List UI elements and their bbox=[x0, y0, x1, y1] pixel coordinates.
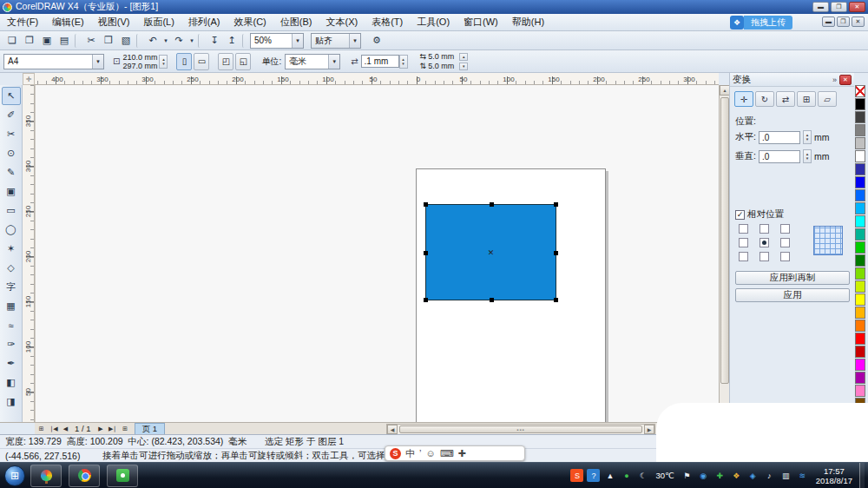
ellipse-tool[interactable]: ◯ bbox=[2, 221, 21, 239]
anchor-cell[interactable] bbox=[739, 224, 748, 234]
crop-tool[interactable]: ✂ bbox=[2, 125, 21, 143]
taskbar-green-app-icon[interactable] bbox=[107, 465, 138, 487]
tray-help-icon[interactable]: ? bbox=[587, 469, 600, 482]
object-center-marker[interactable]: ✕ bbox=[488, 248, 495, 257]
redo-icon[interactable]: ↷ bbox=[170, 33, 187, 49]
undo-icon[interactable]: ↶ bbox=[144, 33, 161, 49]
landscape-orientation-button[interactable]: ▭ bbox=[194, 53, 209, 70]
minimize-button[interactable]: ▬ bbox=[812, 2, 829, 12]
anchor-cell[interactable] bbox=[780, 224, 790, 234]
save-icon[interactable]: ▣ bbox=[38, 33, 56, 49]
all-pages-button[interactable]: ◰ bbox=[218, 53, 233, 70]
tray-sync-icon[interactable]: ◉ bbox=[697, 469, 710, 482]
vertical-position-field[interactable]: .0 bbox=[759, 150, 800, 163]
anchor-cell[interactable] bbox=[739, 252, 748, 261]
table-tool[interactable]: ▦ bbox=[2, 297, 21, 315]
tray-star-icon[interactable]: ❖ bbox=[730, 469, 743, 482]
nudge-spinner[interactable]: ▴ ▾ bbox=[399, 55, 408, 69]
selection-handle-e[interactable] bbox=[554, 251, 558, 255]
redo-more-icon[interactable]: ▾ bbox=[187, 33, 196, 49]
transform-size-button[interactable]: ⊞ bbox=[797, 91, 816, 107]
ime-keyboard-icon[interactable]: ⌨ bbox=[440, 446, 454, 460]
selection-handle-sw[interactable] bbox=[424, 298, 428, 302]
cut-icon[interactable]: ✂ bbox=[82, 33, 100, 49]
duplicate-x-spinner[interactable]: ▴ bbox=[459, 53, 468, 61]
horizontal-position-field[interactable]: .0 bbox=[759, 131, 800, 144]
start-button[interactable]: ⊞ bbox=[4, 465, 25, 486]
drawing-canvas[interactable]: ✕ bbox=[35, 85, 719, 422]
close-button[interactable]: ✕ bbox=[849, 2, 865, 12]
tray-flag-icon[interactable]: ⚑ bbox=[681, 469, 694, 482]
selection-handle-nw[interactable] bbox=[424, 202, 428, 207]
color-swatch[interactable] bbox=[855, 307, 865, 319]
tray-net-icon[interactable]: ◈ bbox=[746, 469, 760, 482]
selection-handle-w[interactable] bbox=[424, 251, 428, 255]
undo-more-icon[interactable]: ▾ bbox=[161, 33, 170, 49]
print-icon[interactable]: ▤ bbox=[56, 33, 73, 49]
page-menu-icon[interactable]: ⊞ bbox=[119, 424, 131, 434]
color-swatch[interactable] bbox=[855, 241, 865, 254]
anchor-cell[interactable] bbox=[760, 252, 769, 261]
color-swatch[interactable] bbox=[855, 111, 865, 123]
duplicate-x-value[interactable]: 5.0 mm bbox=[428, 52, 457, 61]
scroll-right-icon[interactable]: ▶ bbox=[644, 425, 654, 434]
add-page-icon[interactable]: ⊞ bbox=[35, 424, 47, 434]
color-swatch[interactable] bbox=[855, 228, 865, 241]
ruler-origin-icon[interactable]: ✛ bbox=[23, 73, 35, 85]
docker-collapse-icon[interactable]: » bbox=[832, 76, 837, 84]
horizontal-scroll-thumb[interactable]: ▪▪▪ bbox=[399, 425, 642, 433]
options-gear-icon[interactable]: ⚙ bbox=[368, 33, 385, 49]
show-desktop-button[interactable] bbox=[859, 463, 865, 488]
outline-pen-tool[interactable]: ✒ bbox=[2, 354, 21, 373]
duplicate-y-spinner[interactable]: ▾ bbox=[459, 63, 468, 70]
menu-item[interactable]: 位图(B) bbox=[273, 14, 319, 30]
color-swatch[interactable] bbox=[855, 320, 865, 332]
toolbar-separator[interactable] bbox=[198, 34, 204, 48]
interactive-fill-tool[interactable]: ◨ bbox=[2, 392, 21, 411]
menu-item[interactable]: 排列(A) bbox=[181, 14, 227, 30]
sogou-logo-icon[interactable]: S bbox=[390, 448, 401, 459]
ime-toolbox-icon[interactable]: ✚ bbox=[458, 446, 466, 460]
portrait-orientation-button[interactable]: ▯ bbox=[176, 53, 192, 70]
color-swatch[interactable] bbox=[855, 215, 865, 228]
tray-safe-icon[interactable]: ● bbox=[620, 469, 633, 482]
color-swatch[interactable] bbox=[855, 189, 865, 201]
menu-item[interactable]: 编辑(E) bbox=[45, 14, 91, 30]
transform-rotate-button[interactable]: ↻ bbox=[755, 91, 774, 107]
vertical-spinner[interactable]: ▴ ▾ bbox=[803, 149, 812, 163]
color-swatch[interactable] bbox=[855, 98, 865, 110]
paper-size-combo[interactable]: A4 ▾ bbox=[3, 54, 104, 69]
first-page-icon[interactable]: ❘◀ bbox=[47, 424, 59, 434]
menu-item[interactable]: 窗口(W) bbox=[457, 14, 505, 30]
selection-handle-se[interactable] bbox=[554, 298, 558, 302]
color-swatch[interactable] bbox=[855, 202, 865, 214]
anchor-cell[interactable] bbox=[780, 252, 790, 261]
text-tool[interactable]: 字 bbox=[2, 278, 21, 296]
prev-page-icon[interactable]: ◀ bbox=[59, 424, 71, 434]
tray-audio-icon[interactable]: ♪ bbox=[763, 469, 776, 482]
color-swatch[interactable] bbox=[855, 163, 865, 175]
vertical-ruler[interactable]: 35030025020015010050 bbox=[23, 85, 35, 422]
current-page-button[interactable]: ◱ bbox=[235, 53, 251, 70]
anchor-cell[interactable] bbox=[780, 238, 790, 247]
ime-punctuation-icon[interactable]: ’ bbox=[419, 446, 421, 460]
color-swatch[interactable] bbox=[855, 293, 865, 306]
nudge-offset-field[interactable]: .1 mm bbox=[361, 55, 399, 68]
taskbar-chrome-icon[interactable] bbox=[69, 465, 100, 487]
menu-item[interactable]: 效果(C) bbox=[227, 14, 273, 30]
smart-fill-tool[interactable]: ▣ bbox=[2, 182, 21, 201]
transform-skew-button[interactable]: ▱ bbox=[818, 91, 837, 107]
maximize-button[interactable]: ❐ bbox=[831, 2, 847, 12]
color-swatch[interactable] bbox=[855, 346, 865, 358]
color-swatch[interactable] bbox=[855, 176, 865, 188]
color-swatch[interactable] bbox=[855, 137, 865, 149]
color-swatch[interactable] bbox=[855, 254, 865, 267]
selection-handle-ne[interactable] bbox=[554, 202, 558, 207]
rectangle-tool[interactable]: ▭ bbox=[2, 201, 21, 220]
doc-restore-button[interactable]: ❐ bbox=[837, 16, 850, 27]
paper-height-value[interactable]: 297.0 mm bbox=[122, 62, 157, 70]
toolbar-separator[interactable] bbox=[242, 34, 248, 48]
relative-position-checkbox[interactable]: ✓ bbox=[735, 210, 745, 220]
fill-tool[interactable]: ◧ bbox=[2, 373, 21, 392]
pick-tool[interactable]: ↖ bbox=[2, 87, 21, 105]
